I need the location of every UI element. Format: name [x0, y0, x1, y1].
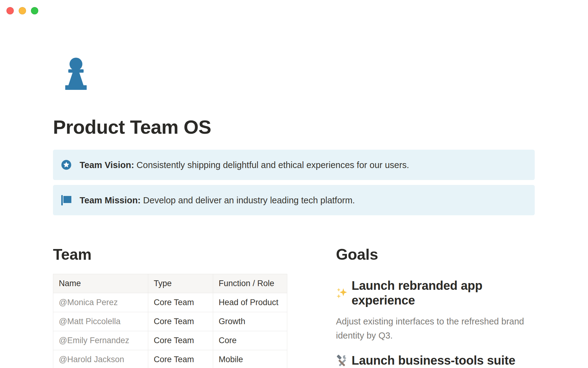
- callout-team-vision[interactable]: Team Vision: Consistently shipping delig…: [53, 150, 535, 180]
- zoom-button[interactable]: [31, 7, 38, 14]
- cell-type[interactable]: Core Team: [148, 331, 213, 350]
- table-header-row: Name Type Function / Role: [53, 274, 287, 293]
- cell-type[interactable]: Core Team: [148, 293, 213, 312]
- sparkles-icon: [336, 287, 348, 299]
- cell-role[interactable]: Mobile: [213, 350, 287, 368]
- callout-body: Consistently shipping delightful and eth…: [134, 160, 409, 170]
- person-mention[interactable]: @Matt Piccolella: [53, 312, 148, 331]
- pawn-icon[interactable]: [63, 57, 89, 90]
- cell-role[interactable]: Growth: [213, 312, 287, 331]
- table-row: @Monica Perez Core Team Head of Product: [53, 293, 287, 312]
- column-header-name[interactable]: Name: [53, 274, 148, 293]
- person-mention[interactable]: @Harold Jackson: [53, 350, 148, 368]
- column-header-role[interactable]: Function / Role: [213, 274, 287, 293]
- page-title[interactable]: Product Team OS: [53, 115, 535, 139]
- goal-title-text: Launch rebranded app experience: [352, 278, 535, 308]
- person-mention[interactable]: @Monica Perez: [53, 293, 148, 312]
- goal-description[interactable]: Adjust existing interfaces to the refres…: [336, 314, 532, 343]
- callout-text: Team Mission: Develop and deliver an ind…: [80, 194, 355, 206]
- notion-page: Product Team OS Team Vision: Consistentl…: [53, 0, 535, 368]
- team-section: Team Name Type Function / Role @Monica P…: [53, 245, 287, 368]
- minimize-button[interactable]: [19, 7, 26, 14]
- close-button[interactable]: [6, 7, 14, 14]
- column-header-type[interactable]: Type: [148, 274, 213, 293]
- goal-item[interactable]: Launch rebranded app experience Adjust e…: [336, 278, 535, 343]
- star-circle-icon: [61, 160, 71, 170]
- callout-label: Team Mission:: [80, 195, 141, 205]
- cell-type[interactable]: Core Team: [148, 312, 213, 331]
- cell-type[interactable]: Core Team: [148, 350, 213, 368]
- goal-title-text: Launch business-tools suite: [352, 353, 515, 368]
- flag-icon: [61, 195, 71, 205]
- callout-text: Team Vision: Consistently shipping delig…: [80, 159, 409, 171]
- hammer-wrench-icon: [336, 355, 348, 366]
- table-row: @Matt Piccolella Core Team Growth: [53, 312, 287, 331]
- person-mention[interactable]: @Emily Fernandez: [53, 331, 148, 350]
- goal-item[interactable]: Launch business-tools suite Build a comp…: [336, 353, 535, 368]
- callout-label: Team Vision:: [80, 160, 134, 170]
- cell-role[interactable]: Head of Product: [213, 293, 287, 312]
- table-row: @Harold Jackson Core Team Mobile: [53, 350, 287, 368]
- cell-role[interactable]: Core: [213, 331, 287, 350]
- callout-body: Develop and deliver an industry leading …: [141, 195, 355, 205]
- callout-team-mission[interactable]: Team Mission: Develop and deliver an ind…: [53, 185, 535, 215]
- team-table: Name Type Function / Role @Monica Perez …: [53, 274, 287, 368]
- goals-heading[interactable]: Goals: [336, 245, 535, 264]
- window-controls: [6, 7, 38, 14]
- goals-section: Goals Launch rebranded app experience Ad…: [336, 245, 535, 368]
- table-row: @Emily Fernandez Core Team Core: [53, 331, 287, 350]
- team-heading[interactable]: Team: [53, 245, 287, 264]
